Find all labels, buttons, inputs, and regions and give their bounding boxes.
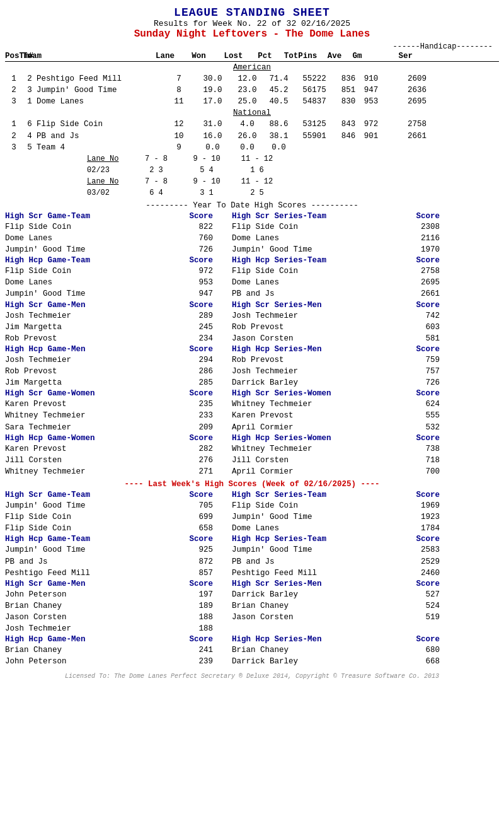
list-item: Rob Prevost286Josh Techmeier757 bbox=[5, 366, 499, 377]
category-header: High Hcp Game-MenScoreHigh Hcp Series-Me… bbox=[5, 344, 499, 354]
team-num: 2 bbox=[23, 73, 37, 84]
subtitle: Results for Week No. 22 of 32 02/16/2025 bbox=[5, 19, 499, 28]
table-row: 1 6 Flip Side Coin 12 31.0 4.0 88.6 5312… bbox=[5, 119, 499, 130]
team-won: 30.0 bbox=[195, 73, 230, 84]
page: LEAGUE STANDING SHEET Results for Week N… bbox=[0, 0, 504, 686]
team-name: Jumpin' Good Time bbox=[37, 84, 163, 96]
col-gm: Gm bbox=[347, 52, 367, 61]
handicap-header: ------Handicap-------- bbox=[5, 42, 499, 51]
team-lost: 12.0 bbox=[230, 73, 265, 84]
division-label: National bbox=[5, 108, 499, 117]
list-item: Jumpin' Good Time925Jumpin' Good Time258… bbox=[5, 544, 499, 556]
list-item: Jill Corsten276Jill Corsten718 bbox=[5, 455, 499, 466]
category-header: High Scr Game-MenScoreHigh Scr Series-Me… bbox=[5, 579, 499, 589]
list-item: Jumpin' Good Time705Flip Side Coin1969 bbox=[5, 500, 499, 511]
col-lane: Lane bbox=[149, 52, 181, 61]
team-ave: 843 bbox=[336, 119, 361, 130]
standings-container: American 1 2 Peshtigo Feed Mill 7 30.0 1… bbox=[5, 63, 499, 153]
team-ave: 830 bbox=[336, 96, 361, 107]
team-ser bbox=[381, 142, 427, 153]
col-pct: Pct bbox=[251, 52, 279, 61]
team-name: Flip Side Coin bbox=[37, 119, 163, 130]
team-num: 5 bbox=[23, 142, 37, 153]
category-header: High Scr Game-WomenScoreHigh Scr Series-… bbox=[5, 388, 499, 399]
team-lane: 7 bbox=[163, 73, 195, 84]
team-name: Dome Lanes bbox=[37, 96, 163, 107]
list-item: Jumpin' Good Time726Jumpin' Good Time197… bbox=[5, 244, 499, 255]
team-num: 3 bbox=[23, 84, 37, 96]
team-lane: 11 bbox=[163, 96, 195, 107]
team-pct: 71.4 bbox=[265, 73, 293, 84]
team-totpins: 55222 bbox=[293, 73, 336, 84]
team-gm: 953 bbox=[361, 96, 381, 107]
col-pos: PosTm# bbox=[5, 52, 23, 61]
col-lost: Lost bbox=[216, 52, 251, 61]
col-totpins: TotPins bbox=[279, 52, 322, 61]
category-header: High Hcp Game-TeamScoreHigh Hcp Series-T… bbox=[5, 534, 499, 544]
list-item: Peshtigo Feed Mill857Peshtigo Feed Mill2… bbox=[5, 568, 499, 579]
team-pos: 2 bbox=[5, 84, 23, 96]
team-pos: 3 bbox=[5, 96, 23, 107]
table-row: 2 3 Jumpin' Good Time 8 19.0 23.0 45.2 5… bbox=[5, 84, 499, 96]
team-lane: 9 bbox=[163, 142, 195, 153]
team-pos: 1 bbox=[5, 73, 23, 84]
list-item: Flip Side Coin822Flip Side Coin2308 bbox=[5, 221, 499, 233]
list-item: Dome Lanes953Dome Lanes2695 bbox=[5, 277, 499, 288]
list-item: Rob Prevost234Jason Corsten581 bbox=[5, 333, 499, 344]
team-gm: 910 bbox=[361, 73, 381, 84]
list-item: John Peterson239Darrick Barley668 bbox=[5, 656, 499, 667]
team-num: 1 bbox=[23, 96, 37, 107]
category-header: High Hcp Game-TeamScoreHigh Hcp Series-T… bbox=[5, 255, 499, 265]
team-ser: 2609 bbox=[381, 73, 427, 84]
team-totpins: 54837 bbox=[293, 96, 336, 107]
team-ser: 2636 bbox=[381, 84, 427, 96]
list-item: Jim Margetta285Darrick Barley726 bbox=[5, 377, 499, 388]
list-item: Sara Techmeier209April Cormier532 bbox=[5, 422, 499, 433]
lw-container: ---- Last Week's High Scores (Week of 02… bbox=[5, 480, 499, 668]
team-lost: 23.0 bbox=[230, 84, 265, 96]
lane-schedule-row: Lane No7 - 89 - 1011 - 12 bbox=[87, 153, 499, 165]
list-item: Dome Lanes760Dome Lanes2116 bbox=[5, 233, 499, 244]
team-pct: 0.0 bbox=[265, 142, 293, 153]
category-header: High Hcp Game-MenScoreHigh Hcp Series-Me… bbox=[5, 634, 499, 644]
list-item: Brian Chaney241Brian Chaney680 bbox=[5, 644, 499, 656]
lane-schedule-row: 02/232 35 41 6 bbox=[87, 165, 499, 176]
scores-section-header: ---- Last Week's High Scores (Week of 02… bbox=[5, 480, 499, 489]
team-lane: 10 bbox=[163, 131, 195, 142]
team-won: 0.0 bbox=[195, 142, 230, 153]
team-pct: 38.1 bbox=[265, 131, 293, 142]
list-item: PB and Js872PB and Js2529 bbox=[5, 556, 499, 568]
team-ave: 851 bbox=[336, 84, 361, 96]
list-item: Flip Side Coin699Jumpin' Good Time1923 bbox=[5, 511, 499, 523]
team-gm: 972 bbox=[361, 119, 381, 130]
col-ser: Ser bbox=[367, 52, 413, 61]
list-item: Josh Techmeier188 bbox=[5, 623, 499, 634]
league-name: Sunday Night Leftovers - The Dome Lanes bbox=[5, 28, 499, 40]
list-item: Karen Prevost235Whitney Techmeier624 bbox=[5, 399, 499, 410]
ytd-container: --------- Year To Date High Scores -----… bbox=[5, 201, 499, 477]
team-ser: 2695 bbox=[381, 96, 427, 107]
team-won: 19.0 bbox=[195, 84, 230, 96]
page-title: LEAGUE STANDING SHEET bbox=[5, 6, 499, 19]
list-item: Whitney Techmeier233Karen Prevost555 bbox=[5, 410, 499, 421]
team-pos: 3 bbox=[5, 142, 23, 153]
footer: Licensed To: The Dome Lanes Perfect Secr… bbox=[5, 673, 499, 680]
scores-section-header: --------- Year To Date High Scores -----… bbox=[5, 201, 499, 210]
division-label: American bbox=[5, 63, 499, 72]
list-item: Brian Chaney189Brian Chaney524 bbox=[5, 600, 499, 612]
list-item: Whitney Techmeier271April Cormier700 bbox=[5, 466, 499, 477]
col-team: Team bbox=[23, 52, 149, 61]
team-pos: 2 bbox=[5, 131, 23, 142]
team-won: 16.0 bbox=[195, 131, 230, 142]
team-lost: 4.0 bbox=[230, 119, 265, 130]
list-item: Josh Techmeier289Josh Techmeier742 bbox=[5, 310, 499, 322]
team-num: 6 bbox=[23, 119, 37, 130]
team-lost: 0.0 bbox=[230, 142, 265, 153]
team-lane: 12 bbox=[163, 119, 195, 130]
lane-schedule-row: 03/026 43 12 5 bbox=[87, 187, 499, 199]
team-name: Team 4 bbox=[37, 142, 163, 153]
table-row: 3 1 Dome Lanes 11 17.0 25.0 40.5 54837 8… bbox=[5, 96, 499, 107]
list-item: Jason Corsten188Jason Corsten519 bbox=[5, 612, 499, 623]
team-lost: 25.0 bbox=[230, 96, 265, 107]
lane-schedule-row: Lane No7 - 89 - 1011 - 12 bbox=[87, 176, 499, 187]
